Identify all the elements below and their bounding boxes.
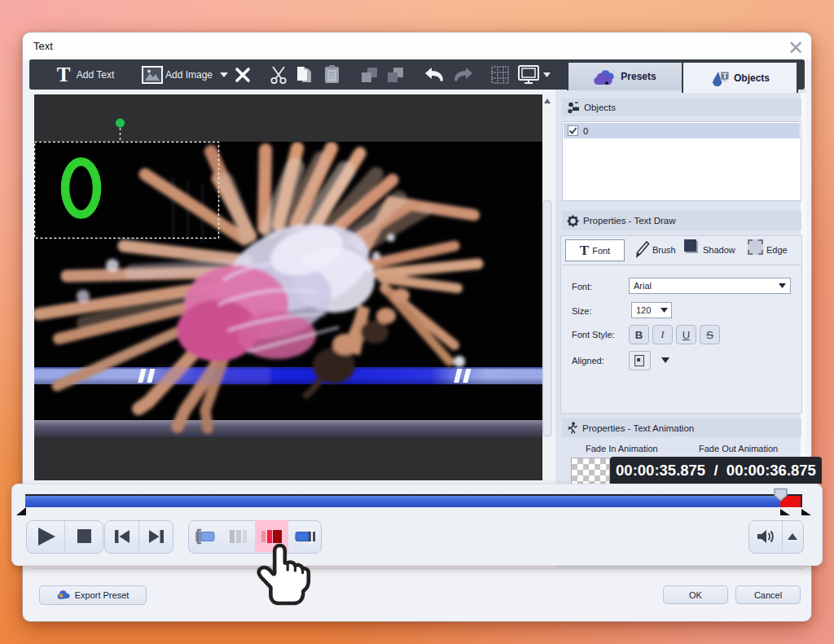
svg-text:T: T (722, 72, 727, 80)
